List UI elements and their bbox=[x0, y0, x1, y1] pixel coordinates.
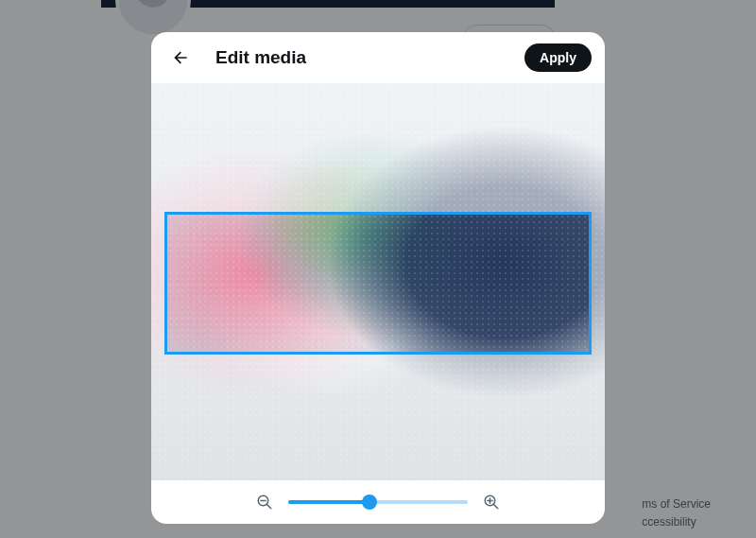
back-button[interactable] bbox=[164, 42, 197, 74]
arrow-left-icon bbox=[171, 48, 190, 67]
modal-title: Edit media bbox=[215, 47, 506, 68]
crop-rectangle[interactable] bbox=[164, 212, 592, 355]
zoom-slider-thumb[interactable] bbox=[362, 495, 377, 510]
svg-line-1 bbox=[266, 504, 271, 509]
edit-media-modal: Edit media Apply bbox=[151, 32, 605, 524]
crop-canvas[interactable] bbox=[151, 83, 605, 480]
zoom-in-button[interactable] bbox=[481, 492, 502, 512]
zoom-slider-fill bbox=[288, 500, 369, 504]
zoom-out-icon bbox=[256, 494, 273, 511]
zoom-bar bbox=[151, 480, 605, 524]
apply-button[interactable]: Apply bbox=[524, 43, 592, 72]
zoom-in-icon bbox=[483, 494, 500, 511]
svg-line-4 bbox=[493, 504, 498, 509]
modal-header: Edit media Apply bbox=[151, 32, 605, 83]
zoom-out-button[interactable] bbox=[254, 492, 275, 512]
zoom-slider[interactable] bbox=[288, 493, 468, 512]
